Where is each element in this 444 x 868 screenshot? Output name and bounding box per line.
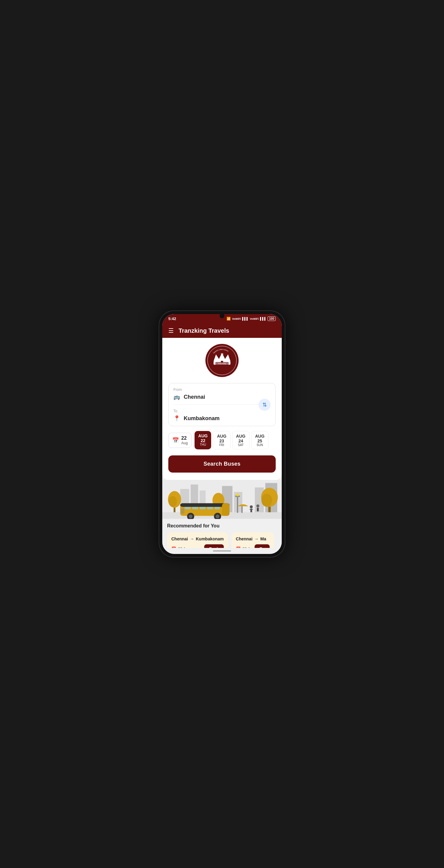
wifi-label2: VoWiFi	[250, 317, 259, 320]
svg-point-24	[262, 494, 272, 507]
search-card: TRAVEL LIKE A KING Tran Z king ♛	[162, 338, 282, 480]
book-button-0[interactable]: Book	[204, 544, 224, 548]
status-time: 5:42	[168, 316, 176, 321]
brand-logo: TRAVEL LIKE A KING Tran Z king ♛	[205, 344, 239, 377]
route-divider	[173, 404, 271, 405]
from-label: From	[173, 388, 271, 392]
chip-week-3: SUN	[255, 443, 265, 447]
svg-rect-35	[222, 503, 230, 516]
date-section: 📅 22 Aug AUG 22 THU AUG	[168, 431, 276, 450]
rec-card-1-route: Chennai → Ma	[236, 536, 270, 541]
camera-notch	[219, 313, 225, 318]
phone-device: 5:42 📶 VoWiFi ▌▌▌ VoWiFi ▌▌▌ 100 ☰ Tranz…	[159, 310, 285, 558]
to-label: To	[173, 409, 271, 413]
chip-num-1: 23	[217, 438, 226, 443]
chip-day-0: AUG	[198, 433, 208, 438]
logo-svg: TRAVEL LIKE A KING Tran Z king ♛	[207, 345, 237, 375]
calendar-icon: 📅	[172, 437, 179, 444]
rec-card-0: Chennai → Kumbakonam 📅 22 Aug Book	[167, 532, 228, 548]
recommended-section: Recommended for You Chennai → Kumbakonam…	[162, 519, 282, 548]
chip-day-1: AUG	[217, 434, 226, 438]
date-chip-2[interactable]: AUG 24 SAT	[232, 431, 249, 450]
wifi-icon: 📶	[227, 317, 231, 321]
bus-icon: 🚌	[173, 394, 180, 400]
main-content: TRAVEL LIKE A KING Tran Z king ♛	[162, 338, 282, 548]
svg-point-45	[256, 504, 259, 507]
chip-week-2: SAT	[236, 443, 245, 447]
book-button-1[interactable]: Bo	[255, 544, 269, 548]
rec-card-0-from: Chennai	[171, 536, 188, 541]
from-input: 🚌 Chennai	[173, 394, 271, 400]
calendar-picker-button[interactable]: 📅 22 Aug	[168, 433, 191, 448]
svg-rect-46	[257, 508, 259, 512]
route-section[interactable]: From 🚌 Chennai To 📍 Kumbakonam ⇅	[168, 383, 276, 426]
signal-bars2: ▌▌▌	[260, 317, 266, 320]
chip-num-2: 24	[236, 438, 245, 443]
home-indicator-bar	[162, 548, 282, 554]
rec-card-1-to: Ma	[260, 536, 266, 541]
chip-week-0: THU	[198, 443, 208, 446]
svg-point-39	[216, 515, 219, 518]
app-title: Tranzking Travels	[179, 327, 229, 334]
svg-rect-40	[181, 508, 184, 514]
svg-point-37	[189, 515, 193, 518]
chip-week-1: FRI	[217, 443, 226, 447]
svg-rect-25	[237, 496, 238, 513]
selected-month: Aug	[181, 441, 188, 445]
rec-card-1-footer: 📅 22 Aug Bo	[236, 544, 270, 548]
home-indicator	[213, 550, 231, 552]
svg-point-27	[236, 493, 239, 496]
date-chip-1[interactable]: AUG 23 FRI	[213, 431, 230, 450]
rec-card-1-from: Chennai	[236, 536, 253, 541]
to-value: Kumbakonam	[184, 415, 219, 422]
arrow-icon-1: →	[254, 536, 259, 541]
selected-day: 22	[181, 435, 188, 441]
svg-point-19	[169, 496, 177, 507]
phone-screen: 5:42 📶 VoWiFi ▌▌▌ VoWiFi ▌▌▌ 100 ☰ Tranz…	[162, 314, 282, 554]
svg-rect-44	[251, 509, 253, 510]
rec-card-0-to: Kumbakonam	[196, 536, 224, 541]
chip-day-3: AUG	[255, 434, 265, 438]
svg-text:Tran Z king: Tran Z king	[218, 363, 226, 364]
svg-text:♛: ♛	[220, 352, 224, 357]
recommended-title: Recommended for You	[167, 523, 277, 529]
chip-day-2: AUG	[236, 434, 245, 438]
location-icon: 📍	[173, 415, 180, 422]
svg-point-41	[250, 505, 253, 508]
chip-num-3: 25	[255, 438, 265, 443]
rec-card-1: Chennai → Ma 📅 22 Aug Bo	[232, 532, 274, 548]
swap-icon: ⇅	[262, 401, 267, 408]
arrow-icon-0: →	[190, 536, 194, 541]
logo-container: TRAVEL LIKE A KING Tran Z king ♛	[168, 344, 276, 377]
chip-num-0: 22	[198, 438, 208, 443]
to-input: 📍 Kumbakonam	[173, 415, 271, 422]
battery-icon: 100	[268, 316, 276, 321]
banner-svg	[162, 480, 282, 519]
rec-card-0-route: Chennai → Kumbakonam	[171, 536, 224, 541]
status-icons: 📶 VoWiFi ▌▌▌ VoWiFi ▌▌▌ 100	[227, 316, 276, 321]
date-chip-0[interactable]: AUG 22 THU	[195, 431, 211, 450]
hamburger-menu-icon[interactable]: ☰	[168, 327, 174, 334]
svg-rect-43	[249, 509, 251, 510]
date-chip-3[interactable]: AUG 25 SUN	[251, 431, 268, 450]
banner-illustration	[162, 480, 282, 519]
signal-bars1: ▌▌▌	[242, 317, 248, 320]
rec-card-0-footer: 📅 22 Aug Book	[171, 544, 224, 548]
swap-button[interactable]: ⇅	[259, 399, 271, 411]
date-chips-container: AUG 22 THU AUG 23 FRI AUG 24 SAT	[195, 431, 268, 450]
search-buses-button[interactable]: Search Buses	[168, 456, 276, 472]
wifi-label1: VoWiFi	[232, 317, 241, 320]
app-header: ☰ Tranzking Travels	[162, 323, 282, 338]
recommended-cards-row: Chennai → Kumbakonam 📅 22 Aug Book	[167, 532, 277, 548]
svg-rect-47	[241, 506, 242, 513]
calendar-date: 22 Aug	[181, 435, 188, 445]
from-value: Chennai	[184, 394, 205, 400]
